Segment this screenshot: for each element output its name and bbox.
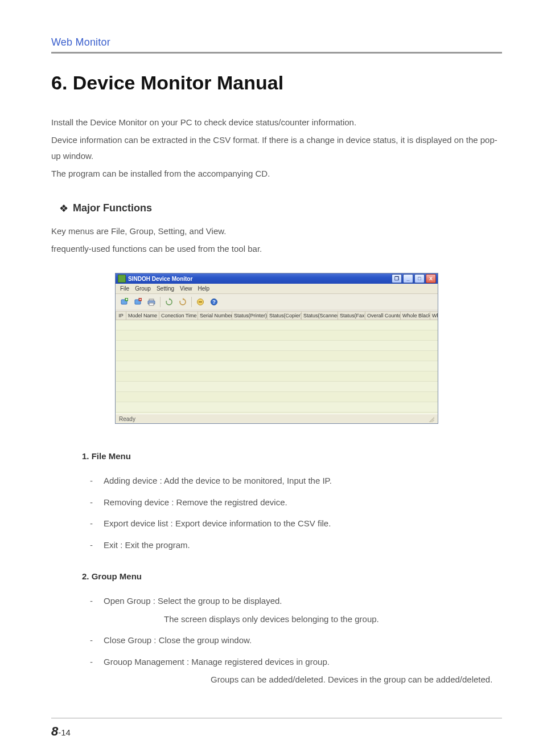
file-menu-heading: 1. File Menu (82, 451, 502, 461)
footer-rule (51, 718, 502, 718)
menu-help[interactable]: Help (196, 285, 212, 292)
dash-icon: - (90, 538, 98, 553)
major-p2: frequently-used functions can be used fr… (51, 241, 502, 258)
titlebar: SINDOH Device Monitor ❐ _ □ X (116, 273, 438, 284)
col-status-printer[interactable]: Status(Printer) (232, 312, 268, 320)
chapter-name: Device Monitor Manual (73, 72, 283, 93)
list-item: - Open Group : Select the group to be di… (90, 590, 502, 630)
device-table: IP Model Name Conection Time Serial Numb… (116, 311, 438, 414)
dash-icon: - (90, 633, 98, 648)
col-overall-counter[interactable]: Overall Counter (365, 312, 401, 320)
menu-file[interactable]: File (118, 285, 131, 292)
dash-icon: - (90, 594, 98, 608)
group-menu-heading: 2. Group Menu (82, 571, 502, 581)
page-chapter: 8 (51, 724, 58, 738)
open-group-line: Open Group : Select the group to be disp… (104, 596, 282, 606)
app-icon (118, 275, 126, 283)
table-row (116, 320, 438, 330)
close-group-line: Close Group : Close the group window. (104, 633, 252, 648)
toolbar: ? (116, 294, 438, 310)
minimize2-button[interactable]: _ (403, 274, 413, 283)
menu-group[interactable]: Group (133, 285, 153, 292)
menu-setting[interactable]: Setting (154, 285, 176, 292)
table-row (116, 361, 438, 371)
dash-icon: - (90, 473, 98, 488)
close-button[interactable]: X (426, 274, 436, 283)
chapter-number: 6. (51, 72, 67, 93)
statusbar: Ready (116, 414, 438, 423)
breadcrumb: Web Monitor (51, 36, 502, 48)
manual-page: Web Monitor 6. Device Monitor Manual Ins… (0, 0, 543, 756)
table-row (116, 351, 438, 361)
major-functions-heading-row: ❖ Major Functions (59, 202, 502, 214)
toolbar-separator-1 (160, 297, 161, 307)
col-status-scanner[interactable]: Status(Scanner) (302, 312, 338, 320)
intro-p3: The program can be installed from the ac… (51, 166, 502, 182)
table-row (116, 402, 438, 412)
status-text: Ready (119, 416, 135, 422)
major-functions-heading: Major Functions (73, 202, 152, 214)
list-item: -Export device list : Export device info… (90, 513, 502, 534)
intro-p1: Install the Device Monitor on your PC to… (51, 115, 502, 131)
header-rule (51, 52, 502, 54)
open-group-cont: The screen displays only devices belongi… (104, 612, 379, 627)
table-row (116, 330, 438, 341)
app-window: SINDOH Device Monitor ❐ _ □ X File Group… (115, 273, 438, 424)
list-item: - Close Group : Close the group window. (90, 630, 502, 651)
dash-icon: - (90, 655, 98, 669)
diamond-bullet-icon: ❖ (59, 203, 68, 214)
printer-icon[interactable] (145, 296, 158, 308)
page-index: -14 (58, 728, 71, 737)
table-row (116, 371, 438, 382)
col-serial[interactable]: Serial Number (198, 312, 232, 320)
page-number: 8-14 (51, 724, 502, 739)
group-mgmt-cont: Groups can be added/deleted. Devices in … (104, 672, 492, 687)
group-mgmt-line: Grouop Management : Manage registered de… (104, 657, 330, 667)
file-menu-section: 1. File Menu -Adding device : Add the de… (82, 451, 502, 690)
dash-icon: - (90, 516, 98, 531)
titlebar-left: SINDOH Device Monitor (118, 275, 192, 283)
chapter-title: 6. Device Monitor Manual (51, 72, 502, 94)
minimize-button[interactable]: ❐ (392, 274, 402, 283)
col-whole-color[interactable]: Whole Color (430, 312, 438, 320)
col-status-copier[interactable]: Status(Copier) (268, 312, 302, 320)
svg-rect-9 (149, 303, 154, 305)
remove-device-icon[interactable] (131, 296, 144, 308)
col-whole-black[interactable]: Whole Black (401, 312, 430, 320)
toolbar-separator-2 (191, 297, 192, 307)
device-grid[interactable]: IP Model Name Conection Time Serial Numb… (116, 310, 438, 414)
window-buttons: ❐ _ □ X (392, 274, 436, 283)
list-item: -Exit : Exit the program. (90, 534, 502, 556)
refresh-all-icon[interactable] (176, 296, 189, 308)
list-item: -Removing device : Remove the registred … (90, 492, 502, 513)
list-item: -Adding device : Add the device to be mo… (90, 470, 502, 492)
help-icon[interactable]: ? (208, 296, 220, 308)
col-status-fax[interactable]: Status(Fax) (338, 312, 365, 320)
menubar: File Group Setting View Help (116, 284, 438, 294)
menu-view[interactable]: View (178, 285, 195, 292)
add-device-icon[interactable] (118, 296, 130, 308)
dash-icon: - (90, 495, 98, 510)
col-model[interactable]: Model Name (126, 312, 159, 320)
table-row (116, 341, 438, 351)
col-ip[interactable]: IP (116, 312, 126, 320)
list-item: - Grouop Management : Manage registered … (90, 651, 502, 690)
svg-text:?: ? (212, 299, 216, 305)
table-row (116, 392, 438, 402)
intro-p2: Device information can be extracted in t… (51, 132, 502, 165)
table-row (116, 382, 438, 392)
app-title: SINDOH Device Monitor (128, 276, 192, 282)
col-connection-time[interactable]: Conection Time (159, 312, 198, 320)
major-p1: Key menus are File, Group, Setting, and … (51, 223, 502, 240)
refresh-icon[interactable] (163, 296, 175, 308)
maximize-button[interactable]: □ (414, 274, 425, 283)
resize-grip-icon[interactable] (427, 415, 434, 422)
stop-icon[interactable] (194, 296, 207, 308)
